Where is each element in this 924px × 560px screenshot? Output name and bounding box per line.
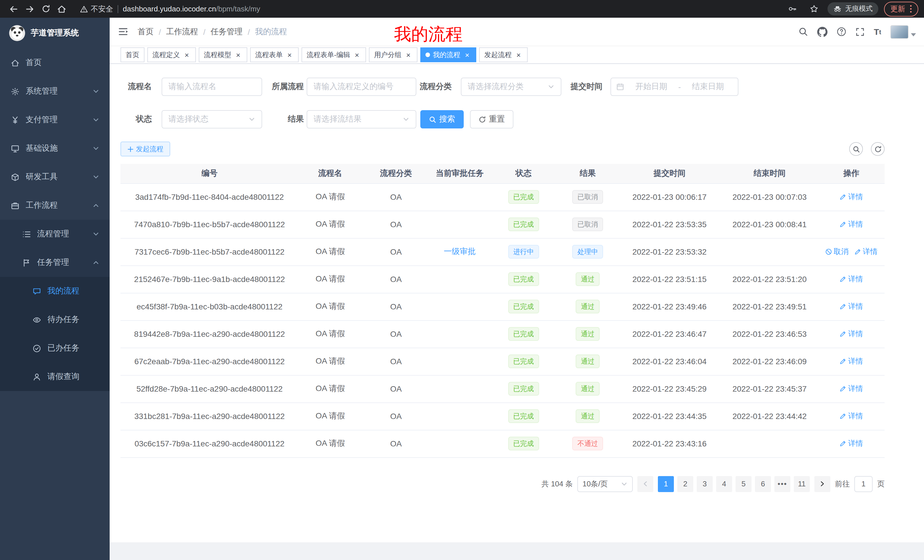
close-tab-icon[interactable]: × bbox=[404, 51, 412, 59]
user-avatar[interactable] bbox=[890, 25, 916, 39]
cell-current-task bbox=[430, 265, 490, 293]
detail-link[interactable]: 详情 bbox=[840, 329, 863, 339]
detail-link[interactable]: 详情 bbox=[840, 192, 863, 202]
cancel-link[interactable]: 取消 bbox=[825, 247, 849, 257]
sidebar-item-my-process[interactable]: 我的流程 bbox=[0, 277, 110, 305]
date-range-input[interactable]: 开始日期 - 结束日期 bbox=[610, 78, 738, 96]
result-label: 结果 bbox=[272, 114, 304, 124]
tab-3[interactable]: 流程表单× bbox=[250, 47, 298, 62]
table-row: 3ad174fb-7b9d-11ec-8404-acde48001122OA 请… bbox=[120, 183, 885, 211]
browser-back-icon[interactable] bbox=[6, 1, 22, 17]
cell-status: 已完成 bbox=[489, 265, 557, 293]
sidebar-item-done-tasks[interactable]: 已办任务 bbox=[0, 334, 110, 362]
page-size-select[interactable]: 10条/页 bbox=[578, 476, 633, 492]
process-id-input[interactable]: 请输入流程定义的编号 bbox=[307, 78, 416, 96]
tab-6[interactable]: 我的流程× bbox=[420, 47, 476, 62]
page-button-2[interactable]: 2 bbox=[677, 476, 693, 492]
column-header: 当前审批任务 bbox=[430, 164, 490, 183]
page-button-5[interactable]: 5 bbox=[735, 476, 752, 492]
sidebar-logo[interactable]: 芋道管理系统 bbox=[0, 18, 110, 48]
tab-5[interactable]: 用户分组× bbox=[369, 47, 417, 62]
category-select[interactable]: 请选择流程分类 bbox=[461, 78, 561, 96]
result-select[interactable]: 请选择流结果 bbox=[307, 110, 416, 129]
detail-link[interactable]: 详情 bbox=[840, 439, 863, 449]
sidebar-item-leave-query[interactable]: 请假查询 bbox=[0, 362, 110, 391]
cell-id: 7470a810-7b9b-11ec-b5b7-acde48001122 bbox=[120, 211, 298, 238]
cube-icon bbox=[10, 173, 20, 181]
sidebar-item-process-management[interactable]: 流程管理 bbox=[0, 220, 110, 248]
help-icon[interactable] bbox=[837, 27, 846, 36]
sidebar-item-system[interactable]: 系统管理 bbox=[0, 77, 110, 106]
browser-home-icon[interactable] bbox=[54, 1, 70, 17]
current-task-link[interactable]: 一级审批 bbox=[444, 247, 476, 256]
breadcrumb-item[interactable]: 任务管理 bbox=[211, 27, 243, 37]
page-button-4[interactable]: 4 bbox=[716, 476, 732, 492]
detail-link[interactable]: 详情 bbox=[840, 383, 863, 394]
sidebar-item-dev-tools[interactable]: 研发工具 bbox=[0, 163, 110, 191]
status-select[interactable]: 请选择状态 bbox=[162, 110, 262, 129]
sidebar-item-todo-tasks[interactable]: 待办任务 bbox=[0, 305, 110, 334]
search-toggle-button[interactable] bbox=[849, 142, 863, 156]
page-more-button[interactable]: ••• bbox=[774, 476, 790, 492]
page-button-6[interactable]: 6 bbox=[755, 476, 771, 492]
detail-link[interactable]: 详情 bbox=[854, 247, 878, 257]
result-tag: 处理中 bbox=[572, 245, 603, 259]
sidebar-item-payment[interactable]: 支付管理 bbox=[0, 106, 110, 134]
browser-forward-icon[interactable] bbox=[22, 1, 38, 17]
reset-button[interactable]: 重置 bbox=[470, 110, 513, 129]
status-tag: 进行中 bbox=[508, 245, 539, 259]
detail-link[interactable]: 详情 bbox=[840, 301, 863, 312]
sidebar-item-infrastructure[interactable]: 基础设施 bbox=[0, 134, 110, 163]
start-process-button[interactable]: 发起流程 bbox=[120, 142, 170, 156]
close-tab-icon[interactable]: × bbox=[183, 51, 191, 59]
refresh-table-button[interactable] bbox=[871, 142, 885, 156]
close-tab-icon[interactable]: × bbox=[463, 51, 471, 59]
chevron-down-icon bbox=[548, 83, 555, 90]
fullscreen-icon[interactable] bbox=[855, 27, 865, 36]
detail-link[interactable]: 详情 bbox=[840, 274, 863, 284]
tab-7[interactable]: 发起流程× bbox=[479, 47, 528, 62]
cell-process-name: OA 请假 bbox=[298, 375, 362, 403]
page-button-11[interactable]: 11 bbox=[794, 476, 810, 492]
detail-link[interactable]: 详情 bbox=[840, 356, 863, 367]
sidebar-item-task-management[interactable]: 任务管理 bbox=[0, 248, 110, 277]
browser-refresh-icon[interactable] bbox=[38, 1, 54, 17]
goto-page-input[interactable]: 1 bbox=[854, 476, 873, 492]
github-icon[interactable] bbox=[817, 27, 828, 37]
address-bar[interactable]: 不安全 dashboard.yudao.iocoder.cn/bpm/task/… bbox=[80, 4, 784, 14]
browser-menu-dots-icon[interactable] bbox=[910, 4, 912, 13]
detail-link[interactable]: 详情 bbox=[840, 411, 863, 421]
prev-page-button[interactable] bbox=[638, 476, 653, 492]
tab-0[interactable]: 首页 bbox=[120, 47, 144, 62]
tab-label: 发起流程 bbox=[484, 50, 512, 60]
page-button-3[interactable]: 3 bbox=[697, 476, 713, 492]
cell-status: 已完成 bbox=[489, 403, 557, 430]
tab-1[interactable]: 流程定义× bbox=[147, 47, 196, 62]
close-tab-icon[interactable]: × bbox=[285, 51, 294, 59]
tab-2[interactable]: 流程模型× bbox=[199, 47, 247, 62]
breadcrumb-item[interactable]: 首页 bbox=[138, 27, 154, 37]
page-button-1[interactable]: 1 bbox=[658, 476, 674, 492]
tab-4[interactable]: 流程表单-编辑× bbox=[302, 47, 366, 62]
search-icon[interactable] bbox=[798, 27, 808, 36]
close-tab-icon[interactable]: × bbox=[353, 51, 361, 59]
browser-update-button[interactable]: 更新 bbox=[884, 1, 918, 16]
detail-link[interactable]: 详情 bbox=[840, 219, 863, 229]
breadcrumb-item[interactable]: 工作流程 bbox=[166, 27, 198, 37]
search-button[interactable]: 搜索 bbox=[420, 110, 464, 129]
cell-result: 通过 bbox=[558, 375, 618, 403]
security-chip[interactable]: 不安全 bbox=[80, 4, 113, 14]
hamburger-icon[interactable] bbox=[119, 27, 129, 36]
next-page-button[interactable] bbox=[814, 476, 830, 492]
close-tab-icon[interactable]: × bbox=[234, 51, 242, 59]
bookmark-star-icon[interactable] bbox=[806, 1, 822, 17]
sidebar-item-home[interactable]: 首页 bbox=[0, 48, 110, 77]
tab-label: 我的流程 bbox=[433, 50, 460, 60]
font-size-icon[interactable]: Tt bbox=[874, 27, 881, 36]
sidebar-item-workflow[interactable]: 工作流程 bbox=[0, 191, 110, 220]
cell-category: OA bbox=[362, 347, 430, 375]
password-key-icon[interactable] bbox=[784, 1, 800, 17]
process-name-input[interactable]: 请输入流程名 bbox=[162, 78, 262, 96]
cell-result: 通过 bbox=[558, 347, 618, 375]
close-tab-icon[interactable]: × bbox=[514, 51, 522, 59]
